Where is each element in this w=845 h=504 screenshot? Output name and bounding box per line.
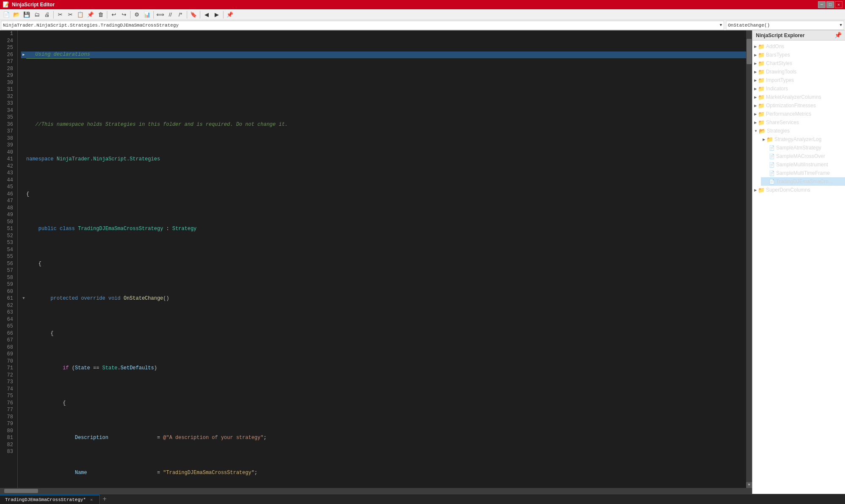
fold-icon-30[interactable]: ▼: [21, 295, 26, 302]
code-line-28[interactable]: public class TradingDJEmaSmaCrossStrateg…: [21, 225, 746, 233]
right-panel-title: NinjaScript Explorer: [756, 33, 804, 38]
tree-item-barstypes[interactable]: ▶ 📁 BarsTypes: [752, 51, 845, 59]
tree-item-sampleatmstrategy[interactable]: 📄 SampleAtmStrategy: [761, 144, 845, 152]
line-num-69: 69: [0, 351, 16, 358]
editor-area: 1 24 25 26 27 28 29 30 31 32 33 34 35 36…: [0, 30, 752, 494]
line-num-51: 51: [0, 225, 16, 233]
pin-button[interactable]: 📌: [225, 10, 234, 19]
tree-label-addons: AddOns: [766, 43, 784, 49]
redo-button[interactable]: ↪: [119, 10, 128, 19]
copy-button[interactable]: 📋: [76, 10, 85, 19]
cut-region-button[interactable]: ✂: [55, 10, 65, 19]
tab-close-button[interactable]: ✕: [88, 497, 94, 503]
tree-label-marketanalyzer: MarketAnalyzerColumns: [766, 94, 821, 100]
tree-item-strategies[interactable]: ▼ 📂 Strategies: [752, 127, 845, 135]
tree-item-indicators[interactable]: ▶ 📁 Indicators: [752, 84, 845, 93]
namespace-dropdown[interactable]: NinjaTrader.NinjaScript.Strategies.Tradi…: [1, 21, 724, 30]
tab-add-button[interactable]: +: [100, 495, 109, 504]
print-button[interactable]: 🖨: [42, 10, 52, 19]
hscrollbar-thumb[interactable]: [4, 489, 38, 493]
code-line-25[interactable]: //This namespace holds Strategies in thi…: [21, 121, 746, 128]
line-num-39: 39: [0, 142, 16, 149]
code-container: 1 24 25 26 27 28 29 30 31 32 33 34 35 36…: [0, 30, 752, 488]
code-line-34[interactable]: Description = @"A description of your st…: [21, 434, 746, 442]
paste-button[interactable]: 📌: [86, 10, 95, 19]
code-line-29[interactable]: {: [21, 260, 746, 268]
line-num-75: 75: [0, 393, 16, 400]
nav-back-button[interactable]: ◀: [202, 10, 211, 19]
code-line-31[interactable]: {: [21, 330, 746, 337]
tree-label-sampleatmstrategy: SampleAtmStrategy: [776, 145, 821, 151]
folder-icon-importtypes: 📁: [758, 77, 765, 84]
line-num-37: 37: [0, 128, 16, 135]
code-line-27[interactable]: {: [21, 191, 746, 198]
tree-chevron-indicators: ▶: [754, 87, 757, 91]
right-panel-pin-icon[interactable]: 📌: [834, 32, 842, 39]
comment-button[interactable]: //: [166, 10, 175, 19]
horizontal-scrollbar[interactable]: [0, 488, 752, 494]
tree-item-samplemacrossover[interactable]: 📄 SampleMACrossOver: [761, 152, 845, 160]
code-line-33[interactable]: {: [21, 400, 746, 407]
bookmark-button[interactable]: 🔖: [189, 10, 198, 19]
nav-bar: NinjaTrader.NinjaScript.Strategies.Tradi…: [0, 20, 845, 30]
tree-item-shareservices[interactable]: ▶ 📁 ShareServices: [752, 118, 845, 127]
tree-item-optimizationfitnesses[interactable]: ▶ 📁 OptimizationFitnesses: [752, 101, 845, 110]
uncomment-button[interactable]: /*: [176, 10, 185, 19]
line-num-48: 48: [0, 205, 16, 212]
vertical-scrollbar[interactable]: ▼: [746, 30, 752, 488]
cut-button[interactable]: ✂: [65, 10, 75, 19]
code-line-24[interactable]: [21, 86, 746, 93]
tree-item-tradingdj[interactable]: 📄 TradingDJEmaSmaCro...: [761, 177, 845, 186]
toolbar-sep-4: [153, 11, 154, 19]
code-content[interactable]: ▶ Using declarations //This namespace ho…: [18, 30, 746, 488]
code-line-1[interactable]: ▶ Using declarations: [21, 51, 746, 59]
tree-item-chartstyles[interactable]: ▶ 📁 ChartStyles: [752, 59, 845, 68]
maximize-button[interactable]: □: [826, 1, 834, 8]
tree-chevron-chartstyles: ▶: [754, 62, 757, 65]
code-line-35[interactable]: Name = "TradingDJEmaSmaCrossStrategy";: [21, 469, 746, 477]
method-dropdown[interactable]: OnStateChange() ▼: [726, 21, 844, 30]
line-num-33: 33: [0, 100, 16, 107]
nav-forward-button[interactable]: ▶: [212, 10, 221, 19]
code-line-28-text: public class TradingDJEmaSmaCrossStrateg…: [26, 225, 196, 233]
scrollbar-down-arrow[interactable]: ▼: [746, 482, 752, 488]
new-button[interactable]: 📄: [2, 10, 11, 19]
toolbar-sep-6: [200, 11, 200, 19]
save-button[interactable]: 💾: [22, 10, 31, 19]
code-line-30[interactable]: ▼ protected override void OnStateChange(…: [21, 295, 746, 302]
line-num-24: 24: [0, 38, 16, 45]
code-line-31-text: {: [26, 330, 54, 337]
save-all-button[interactable]: 🗂: [32, 10, 41, 19]
undo-button[interactable]: ↩: [109, 10, 118, 19]
title-bar-label: NinjaScript Editor: [12, 2, 55, 8]
compile-button[interactable]: ⚙: [132, 10, 142, 19]
tree-item-importtypes[interactable]: ▶ 📁 ImportTypes: [752, 76, 845, 84]
title-bar: 📝 NinjaScript Editor ─ □ ✕: [0, 0, 845, 9]
open-button[interactable]: 📂: [12, 10, 21, 19]
line-num-81: 81: [0, 434, 16, 442]
code-line-26[interactable]: namespace NinjaTrader.NinjaScript.Strate…: [21, 156, 746, 163]
line-num-59: 59: [0, 281, 16, 288]
close-button[interactable]: ✕: [835, 1, 842, 8]
tree-item-performancemetrics[interactable]: ▶ 📁 PerformanceMetrics: [752, 110, 845, 118]
tree-item-superdomcolumns[interactable]: ▶ 📁 SuperDomColumns: [752, 186, 845, 194]
code-line-32[interactable]: if (State == State.SetDefaults): [21, 365, 746, 372]
format-button[interactable]: ⟺: [155, 10, 165, 19]
tree-item-drawingtools[interactable]: ▶ 📁 DrawingTools: [752, 68, 845, 76]
delete-button[interactable]: 🗑: [96, 10, 105, 19]
line-num-79: 79: [0, 420, 16, 428]
tree-item-samplemultiinstrument[interactable]: 📄 SampleMultiInstrument: [761, 160, 845, 169]
scrollbar-thumb[interactable]: [747, 39, 752, 64]
minimize-button[interactable]: ─: [818, 1, 826, 8]
folder-icon-marketanalyzer: 📁: [758, 94, 765, 100]
tree-item-addons[interactable]: ▶ 📁 AddOns: [752, 42, 845, 51]
tree-item-strategyanalyzerlog[interactable]: ▶ 📁 StrategyAnalyzerLog: [761, 135, 845, 144]
line-num-73: 73: [0, 379, 16, 386]
tree-item-marketanalyzer[interactable]: ▶ 📁 MarketAnalyzerColumns: [752, 93, 845, 101]
toolbar-sep-7: [223, 11, 224, 19]
strategies-children: ▶ 📁 StrategyAnalyzerLog 📄 SampleAtmStrat…: [752, 135, 845, 186]
chart-button[interactable]: 📊: [142, 10, 152, 19]
tree-label-superdomcolumns: SuperDomColumns: [766, 187, 810, 193]
tree-item-samplemultitimeframe[interactable]: 📄 SampleMultiTimeFrame: [761, 169, 845, 177]
tab-trading-strategy[interactable]: TradingDJEmaSmaCrossStrategy* ✕: [0, 495, 100, 504]
